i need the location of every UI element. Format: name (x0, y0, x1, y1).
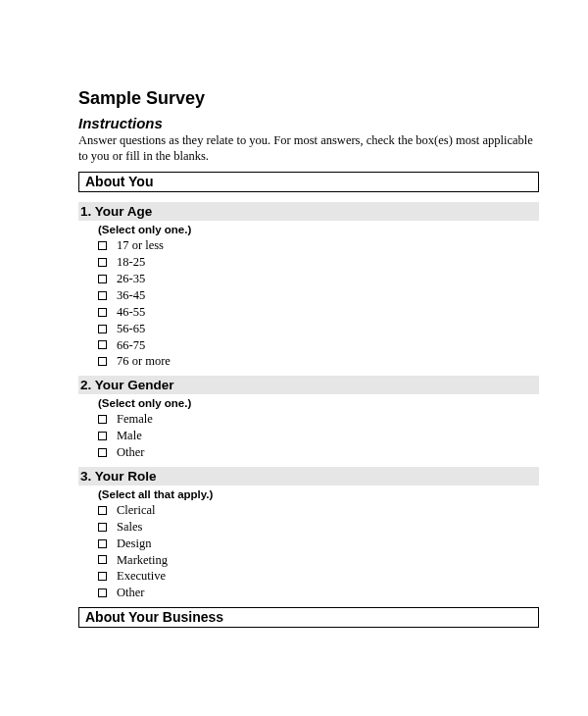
checkbox-icon[interactable] (98, 588, 107, 597)
option-label: 26-35 (117, 271, 145, 287)
page-title: Sample Survey (78, 88, 539, 109)
checkbox-icon[interactable] (98, 572, 107, 581)
checkbox-icon[interactable] (98, 506, 107, 515)
option-label: 76 or more (117, 353, 171, 370)
checkbox-icon[interactable] (98, 357, 107, 366)
option-label: 66-75 (117, 337, 145, 354)
option-label: 36-45 (117, 287, 145, 304)
option-row: 56-65 (98, 321, 539, 337)
option-label: Sales (117, 519, 142, 536)
option-label: Other (117, 444, 144, 461)
checkbox-icon[interactable] (98, 340, 107, 349)
option-row: 17 or less (98, 237, 539, 254)
options-gender: Female Male Other (98, 411, 539, 461)
checkbox-icon[interactable] (98, 275, 107, 283)
option-row: Other (98, 585, 539, 601)
option-label: Design (117, 536, 151, 552)
checkbox-icon[interactable] (98, 415, 107, 424)
option-label: 56-65 (117, 321, 145, 337)
question-title-age: 1. Your Age (78, 202, 539, 221)
option-row: 76 or more (98, 353, 539, 370)
options-age: 17 or less 18-25 26-35 36-45 46-55 56-65… (98, 237, 539, 370)
option-row: Male (98, 428, 539, 444)
checkbox-icon[interactable] (98, 325, 107, 333)
checkbox-icon[interactable] (98, 523, 107, 532)
question-title-role: 3. Your Role (78, 467, 539, 486)
option-row: 18-25 (98, 254, 539, 271)
option-label: Other (117, 585, 144, 601)
question-title-gender: 2. Your Gender (78, 376, 539, 394)
option-label: 46-55 (117, 304, 145, 321)
checkbox-icon[interactable] (98, 291, 107, 300)
option-row: 66-75 (98, 337, 539, 354)
option-row: 36-45 (98, 287, 539, 304)
checkbox-icon[interactable] (98, 241, 107, 250)
option-label: 17 or less (117, 237, 164, 254)
instructions-heading: Instructions (78, 115, 539, 131)
survey-page: Sample Survey Instructions Answer questi… (0, 0, 588, 628)
checkbox-icon[interactable] (98, 258, 107, 267)
option-row: Clerical (98, 502, 539, 519)
option-label: Male (117, 428, 142, 444)
option-label: Executive (117, 568, 166, 585)
checkbox-icon[interactable] (98, 539, 107, 548)
checkbox-icon[interactable] (98, 432, 107, 440)
question-hint-role: (Select all that apply.) (98, 488, 539, 500)
option-label: Clerical (117, 502, 156, 519)
question-hint-age: (Select only one.) (98, 224, 539, 235)
option-row: Sales (98, 519, 539, 536)
option-label: Marketing (117, 552, 168, 569)
option-row: 46-55 (98, 304, 539, 321)
instructions-body: Answer questions as they relate to you. … (78, 133, 539, 164)
option-label: Female (117, 411, 153, 428)
option-row: Other (98, 444, 539, 461)
option-row: 26-35 (98, 271, 539, 287)
option-label: 18-25 (117, 254, 145, 271)
section-header-about-you: About You (78, 172, 539, 192)
option-row: Female (98, 411, 539, 428)
section-header-about-business: About Your Business (78, 607, 539, 628)
checkbox-icon[interactable] (98, 308, 107, 317)
checkbox-icon[interactable] (98, 448, 107, 457)
options-role: Clerical Sales Design Marketing Executiv… (98, 502, 539, 601)
option-row: Design (98, 536, 539, 552)
checkbox-icon[interactable] (98, 555, 107, 564)
option-row: Executive (98, 568, 539, 585)
option-row: Marketing (98, 552, 539, 569)
question-hint-gender: (Select only one.) (98, 397, 539, 409)
